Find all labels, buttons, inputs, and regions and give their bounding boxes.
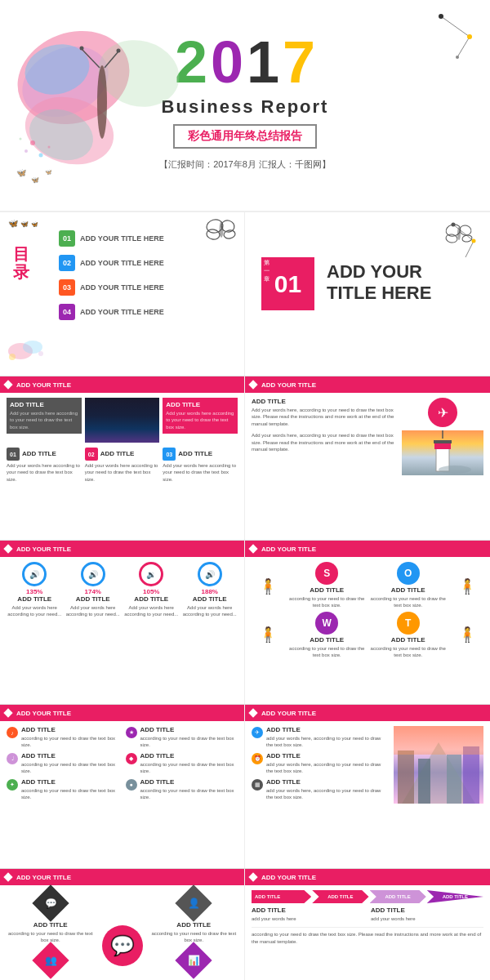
icon-item-3: 🔉 105% ADD TITLE Add your words here acc… — [123, 562, 180, 618]
at-2: ADD TITLE add your words here — [371, 906, 483, 922]
chat-icon-4: 📊 — [188, 955, 200, 966]
two-col-list-slide: ADD YOUR TITLE ♪ ADD TITLE according to … — [0, 705, 245, 868]
col-dark: ADD TITLE Add your words here according … — [7, 398, 82, 443]
slide8-header-label: ADD YOUR TITLE — [261, 710, 316, 717]
svg-point-11 — [30, 140, 35, 145]
at-text-1: add your words here — [252, 915, 364, 922]
city-list-1: ✈ ADD TITLE add your words here, accordi… — [252, 726, 389, 749]
city-item-2-content: ADD TITLE add your words here, according… — [266, 752, 389, 775]
swot-items: S ADD TITLE according to your need to dr… — [287, 562, 448, 659]
percent-3: 105% — [123, 588, 180, 595]
swot-w-circle: W — [315, 612, 338, 635]
city-li3-text: add your words here, according to your n… — [266, 787, 389, 801]
bottom-text-block: according to your need to draw the text … — [252, 927, 483, 945]
svg-rect-52 — [394, 726, 483, 755]
svg-point-23 — [456, 56, 459, 59]
icon-text-3: Add your words here according to your ne… — [123, 604, 180, 618]
li5-title: ADD TITLE — [140, 752, 238, 760]
swot-o-text: according to your need to draw the text … — [369, 595, 448, 609]
swot-s-title: ADD TITLE — [287, 586, 367, 594]
butterfly-outline — [205, 216, 238, 245]
music-icon: ♪ — [7, 727, 18, 738]
swot-t: T ADD TITLE according to your need to dr… — [369, 612, 448, 659]
silhouette-right-2: 🧍 — [458, 626, 476, 644]
ni1-text: Add your words here according to your ne… — [7, 462, 82, 483]
svg-point-21 — [439, 14, 443, 19]
dp-title-2: ADD TITLE — [150, 921, 238, 929]
dp-col-1: 💬 ADD TITLE according to your need to dr… — [7, 890, 95, 980]
header-diamond2 — [248, 380, 257, 389]
list-col-left: ♪ ADD TITLE according to your need to dr… — [7, 726, 119, 804]
svg-rect-49 — [463, 746, 479, 804]
chat-icon-1: 💬 — [44, 898, 56, 909]
list-item-6-content: ADD TITLE according to your need to draw… — [140, 778, 238, 801]
slide6-body: 🧍 🧍 S ADD TITLE according to your need t… — [245, 557, 490, 664]
arrow-strip-top: ADD TITLE ADD TITLE ADD TITLE ADD TITLE — [252, 890, 483, 903]
year-digit-0: 0 — [211, 33, 243, 91]
slide9-body: 💬 ADD TITLE according to your need to dr… — [0, 885, 244, 980]
list-item-4-content: ADD TITLE according to your need to draw… — [140, 726, 238, 749]
speaker-icon-4: 🔊 — [205, 570, 215, 579]
diamond-icon: ◆ — [126, 753, 137, 764]
icon-title-4: ADD TITLE — [182, 595, 238, 603]
num-03: 03 — [163, 448, 176, 461]
two-col-list: ♪ ADD TITLE according to your need to dr… — [7, 726, 238, 804]
header-diamond6 — [248, 708, 257, 717]
diamond-layout: 💬 ADD TITLE according to your need to dr… — [7, 890, 238, 980]
icon-title-3: ADD TITLE — [123, 595, 180, 603]
toc-label-2: ADD YOUR TITLE HERE — [80, 259, 164, 267]
percent-2: 174% — [65, 588, 122, 595]
diamond-process-slide: ADD YOUR TITLE 💬 ADD TITLE according to … — [0, 869, 245, 980]
dp-item-2: 👤 ADD TITLE according to your need to dr… — [150, 890, 238, 944]
svg-point-46 — [439, 466, 471, 474]
list-row-5: ◆ ADD TITLE according to your need to dr… — [126, 752, 238, 775]
silhouette-right-1: 🧍 — [458, 577, 476, 595]
svg-point-22 — [467, 34, 472, 39]
header-diamond7 — [3, 872, 12, 881]
svg-point-40 — [461, 234, 472, 243]
swot-w-text: according to your need to draw the text … — [287, 645, 367, 659]
swot-w: W ADD TITLE according to your need to dr… — [287, 612, 367, 659]
city-text-list: ✈ ADD TITLE add your words here, accordi… — [252, 726, 389, 804]
year-digit-1: 1 — [247, 33, 279, 91]
slide3-header-label: ADD YOUR TITLE — [16, 381, 71, 389]
icon-text-4: Add your words here according to your ne… — [182, 604, 238, 618]
slide7-header-label: ADD YOUR TITLE — [16, 710, 71, 717]
speaker-icon-1: 🔊 — [29, 570, 39, 579]
svg-point-6 — [97, 65, 107, 139]
arrow-labels-top: ADD TITLE add your words here ADD TITLE … — [252, 906, 483, 922]
svg-point-28 — [220, 221, 224, 238]
ni2-title: ADD TITLE — [100, 450, 135, 457]
col-pink: ADD TITLE Add your words here according … — [163, 398, 238, 443]
icon-circle-1: 🔊 — [22, 562, 47, 586]
num-item-3-header: 03 ADD TITLE — [163, 448, 238, 461]
dark-box: ADD TITLE Add your words here according … — [7, 398, 82, 434]
svg-point-32 — [38, 351, 43, 356]
svg-point-12 — [24, 149, 28, 153]
city-image — [85, 398, 160, 443]
svg-point-8 — [80, 47, 84, 51]
li3-text: according to your need to draw the text … — [21, 787, 119, 801]
three-col-grid: ADD TITLE Add your words here according … — [7, 398, 238, 443]
city-photo-right — [394, 726, 483, 804]
city-li3-title: ADD TITLE — [266, 778, 389, 786]
list-item-1-content: ADD TITLE according to your need to draw… — [21, 726, 119, 749]
star-icon: ★ — [126, 727, 137, 738]
toc-num-2: 02 — [59, 255, 75, 271]
header-diamond8 — [248, 872, 257, 881]
swot-slide: ADD YOUR TITLE 🧍 🧍 S ADD TITLE according… — [245, 541, 490, 704]
ni1-title: ADD TITLE — [22, 450, 56, 457]
icon-circle-2: 🔊 — [81, 562, 105, 586]
li4-title: ADD TITLE — [140, 726, 238, 733]
num-01: 01 — [7, 448, 20, 461]
percent-4: 188% — [182, 588, 238, 595]
toc-splash — [4, 331, 53, 363]
svg-text:🦋: 🦋 — [45, 168, 52, 176]
slide10-body: ADD TITLE ADD TITLE ADD TITLE ADD TITLE … — [245, 885, 490, 950]
list-item-3-content: ADD TITLE according to your need to draw… — [21, 778, 119, 801]
dark-title: ADD TITLE — [10, 401, 78, 408]
icon-item-2: 🔊 174% ADD TITLE Add your words here acc… — [65, 562, 122, 618]
slide7-header: ADD YOUR TITLE — [0, 705, 244, 721]
text-photo-layout: ADD TITLE Add your words here, according… — [252, 398, 483, 475]
chat-icon-3: 👥 — [44, 955, 56, 966]
